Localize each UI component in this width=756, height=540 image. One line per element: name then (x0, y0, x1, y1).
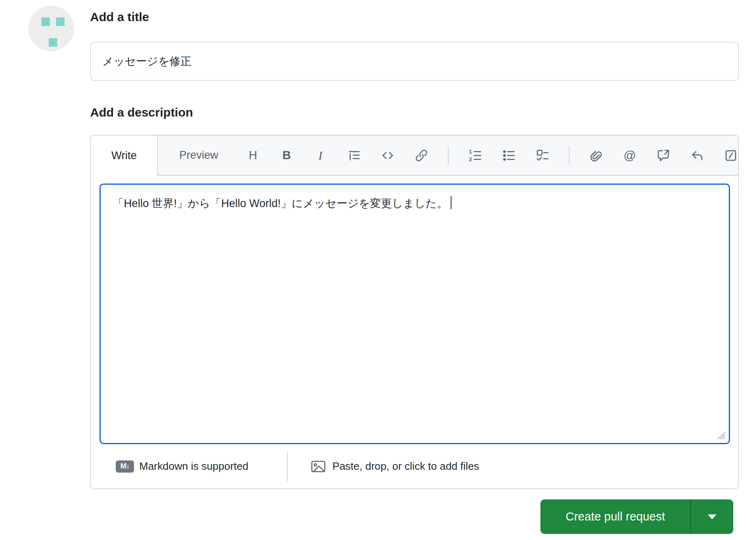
avatar-identicon-block (41, 17, 50, 26)
quote-icon[interactable] (347, 148, 361, 163)
create-pull-request-dropdown[interactable] (690, 499, 733, 534)
description-textarea[interactable]: 「Hello 世界!」から「Hello World!」にメッセージを変更しました… (99, 184, 730, 444)
avatar-identicon-block (49, 38, 57, 47)
attach-note-label: Paste, drop, or click to add files (333, 460, 479, 473)
add-title-heading: Add a title (90, 10, 739, 24)
text-cursor (451, 196, 451, 209)
tab-write[interactable]: Write (91, 136, 158, 176)
create-pull-request-split-button: Create pull request (540, 499, 733, 534)
avatar-identicon-block (56, 17, 65, 26)
tab-preview[interactable]: Preview (165, 136, 232, 175)
markdown-editor: Write Preview H B I (90, 135, 739, 489)
tab-preview-label: Preview (179, 149, 218, 162)
markdown-icon: M↓ (116, 460, 134, 473)
markdown-note-label: Markdown is supported (139, 460, 248, 473)
unordered-list-icon[interactable] (501, 148, 516, 163)
code-icon[interactable] (380, 148, 395, 163)
title-input[interactable] (90, 42, 739, 81)
new-pull-request-form: Add a title Add a description Write Prev… (0, 0, 756, 540)
add-description-heading: Add a description (90, 105, 739, 120)
create-pull-request-label: Create pull request (566, 510, 665, 523)
editor-footer: M↓ Markdown is supported Paste, drop, or… (99, 444, 730, 488)
reply-icon[interactable] (690, 148, 704, 163)
italic-icon[interactable]: I (313, 148, 328, 163)
heading-icon[interactable]: H (246, 148, 260, 163)
task-list-icon[interactable] (535, 148, 550, 163)
attach-files-button[interactable]: Paste, drop, or click to add files (310, 460, 479, 473)
toolbar-divider (569, 146, 570, 165)
svg-text:2: 2 (469, 156, 472, 162)
attach-file-icon[interactable] (589, 148, 603, 163)
slash-commands-icon[interactable] (724, 148, 738, 163)
resize-handle-icon[interactable] (717, 431, 726, 440)
bold-icon[interactable]: B (279, 148, 294, 163)
chevron-down-icon (708, 514, 717, 519)
cross-reference-icon[interactable] (656, 148, 671, 163)
editor-toolbar: Write Preview H B I (91, 136, 738, 176)
create-pull-request-button[interactable]: Create pull request (540, 499, 690, 534)
markdown-supported-link[interactable]: M↓ Markdown is supported (116, 460, 248, 473)
link-icon[interactable] (414, 148, 429, 163)
numbered-list-icon[interactable]: 1 2 (468, 148, 482, 163)
svg-text:1: 1 (469, 149, 472, 155)
toolbar-divider (448, 146, 449, 165)
description-text: 「Hello 世界!」から「Hello World!」にメッセージを変更しました… (113, 197, 448, 210)
footer-divider (287, 451, 288, 482)
tab-write-label: Write (111, 149, 137, 162)
mention-icon[interactable]: @ (622, 148, 637, 163)
image-icon (310, 460, 326, 473)
avatar (28, 6, 74, 51)
